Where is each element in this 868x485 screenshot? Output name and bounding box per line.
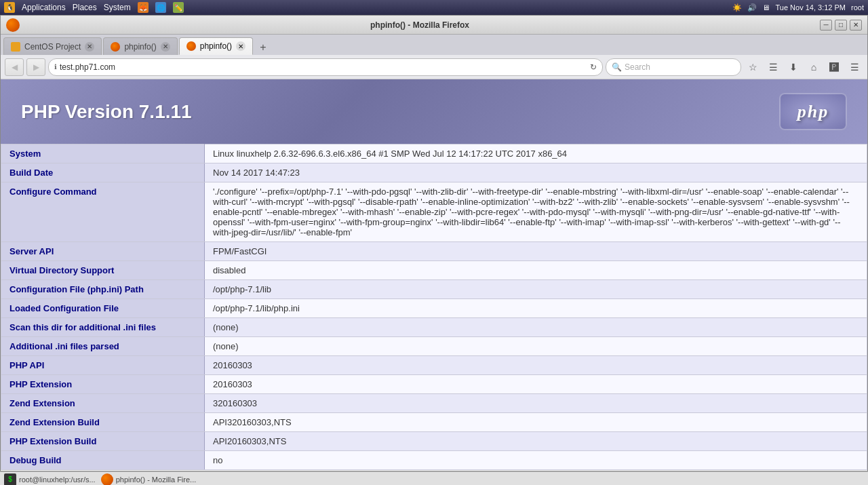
menu-button[interactable]: ☰ (846, 58, 863, 76)
browser-taskbar-icon (101, 473, 113, 486)
table-row: SystemLinux linuxhelp 2.6.32-696.6.3.el6… (1, 144, 867, 163)
places-menu[interactable]: Places (73, 3, 97, 12)
volume-icon: 🔊 (747, 3, 757, 12)
row-key: PHP Extension Build (1, 432, 205, 451)
table-row: Additional .ini files parsed(none) (1, 337, 867, 356)
row-key: Additional .ini files parsed (1, 337, 205, 356)
firefox-title-icon (6, 18, 20, 32)
tab-centos-close[interactable]: ✕ (85, 42, 94, 52)
browser-window: phpinfo() - Mozilla Firefox ─ □ ✕ CentOS… (0, 15, 868, 471)
applications-menu[interactable]: Applications (22, 3, 66, 12)
tab-phpinfo1-close[interactable]: ✕ (161, 42, 170, 52)
row-key: Configure Command (1, 182, 205, 242)
row-key: Zend Extension Build (1, 413, 205, 432)
row-value: (none) (205, 337, 867, 356)
table-row: Zend Extension BuildAPI320160303,NTS (1, 413, 867, 432)
row-value: API320160303,NTS (205, 413, 867, 432)
row-key: PHP API (1, 356, 205, 375)
tab-phpinfo-1[interactable]: phpinfo() ✕ (103, 37, 177, 55)
php-logo-inner: php (797, 102, 829, 122)
row-value: API20160303,NTS (205, 432, 867, 451)
browser-taskbar-item[interactable]: phpinfo() - Mozilla Fire... (101, 473, 197, 486)
window-controls: ─ □ ✕ (820, 20, 862, 31)
reload-button[interactable]: ↻ (590, 62, 597, 72)
url-bar[interactable]: ℹ test.php71.com ↻ (48, 58, 603, 76)
close-button[interactable]: ✕ (850, 20, 862, 31)
bookmark-star-button[interactable]: ☆ (744, 58, 762, 76)
table-row: Build DateNov 14 2017 14:47:23 (1, 163, 867, 182)
download-button[interactable]: ⬇ (785, 58, 802, 76)
row-value: /opt/php-7.1/lib/php.ini (205, 299, 867, 318)
row-value: './configure' '--prefix=/opt/php-7.1' '-… (205, 182, 867, 242)
row-key: Debug Build (1, 451, 205, 470)
row-value: (none) (205, 318, 867, 337)
table-row: Virtual Directory Supportdisabled (1, 261, 867, 280)
row-key: Build Date (1, 163, 205, 182)
browser-taskbar-label: phpinfo() - Mozilla Fire... (116, 476, 197, 484)
tab-phpinfo2-label: phpinfo() (200, 41, 232, 51)
table-row: Server APIFPM/FastCGI (1, 242, 867, 261)
row-value: 20160303 (205, 375, 867, 394)
phpinfo-title: PHP Version 7.1.11 (21, 101, 192, 123)
table-row: Configuration File (php.ini) Path/opt/ph… (1, 280, 867, 299)
phpinfo-header: PHP Version 7.1.11 php (1, 79, 867, 144)
linuxhelp-logo-area: LinuxHelp (1, 470, 867, 471)
datetime-label: Tue Nov 14, 3:12 PM (775, 3, 846, 12)
table-row: Zend Extension320160303 (1, 394, 867, 413)
row-value: Nov 14 2017 14:47:23 (205, 163, 867, 182)
back-button[interactable]: ◀ (5, 58, 24, 76)
row-value: /opt/php-7.1/lib (205, 280, 867, 299)
terminal-taskbar-item[interactable]: $ root@linuxhelp:/usr/s... (4, 473, 96, 486)
os-app-icon: 🐧 (4, 2, 15, 13)
row-key: Virtual Directory Support (1, 261, 205, 280)
firefox-os-icon: 🦊 (138, 2, 149, 13)
table-row: Scan this dir for additional .ini files(… (1, 318, 867, 337)
phpinfo-table: SystemLinux linuxhelp 2.6.32-696.6.3.el6… (1, 144, 867, 470)
os-topbar-left: 🐧 Applications Places System 🦊 🌐 ✏️ (4, 2, 184, 13)
row-value: FPM/FastCGI (205, 242, 867, 261)
forward-button[interactable]: ▶ (26, 58, 45, 76)
title-bar: phpinfo() - Mozilla Firefox ─ □ ✕ (1, 16, 867, 35)
tab-phpinfo1-label: phpinfo() (124, 42, 156, 52)
row-key: PHP Extension (1, 375, 205, 394)
system-menu[interactable]: System (104, 3, 131, 12)
tab-centos[interactable]: CentOS Project ✕ (3, 37, 102, 55)
row-key: Zend Extension (1, 394, 205, 413)
table-row: PHP Extension20160303 (1, 375, 867, 394)
tab-centos-label: CentOS Project (24, 42, 81, 52)
new-tab-button[interactable]: + (254, 41, 271, 54)
browser-title: phpinfo() - Mozilla Firefox (25, 20, 814, 30)
php-logo: php (779, 93, 847, 130)
table-row: Loaded Configuration File/opt/php-7.1/li… (1, 299, 867, 318)
phpinfo2-favicon (186, 41, 196, 51)
maximize-button[interactable]: □ (835, 20, 847, 31)
home-button[interactable]: ⌂ (805, 58, 823, 76)
page-content: PHP Version 7.1.11 php SystemLinux linux… (1, 79, 867, 471)
tab-phpinfo-2[interactable]: phpinfo() ✕ (179, 37, 253, 55)
terminal-taskbar-icon: $ (4, 473, 16, 486)
search-icon: 🔍 (612, 62, 622, 72)
sunlight-icon: ☀️ (732, 3, 742, 12)
reader-view-button[interactable]: ☰ (764, 58, 782, 76)
row-value: 320160303 (205, 394, 867, 413)
tabs-bar: CentOS Project ✕ phpinfo() ✕ phpinfo() ✕… (1, 35, 867, 55)
row-key: Scan this dir for additional .ini files (1, 318, 205, 337)
nav-bar: ◀ ▶ ℹ test.php71.com ↻ 🔍 Search ☆ ☰ ⬇ ⌂ … (1, 55, 867, 79)
tab-phpinfo2-close[interactable]: ✕ (236, 41, 245, 51)
minimize-button[interactable]: ─ (820, 20, 832, 31)
row-value: disabled (205, 261, 867, 280)
table-row: Configure Command'./configure' '--prefix… (1, 182, 867, 242)
pocket-button[interactable]: 🅿 (825, 58, 843, 76)
monitor-icon: 🖥 (762, 3, 770, 12)
browser-os-icon: 🌐 (155, 2, 166, 13)
table-row: Debug Buildno (1, 451, 867, 470)
search-placeholder: Search (625, 62, 650, 72)
search-bar[interactable]: 🔍 Search (606, 58, 741, 76)
url-text: test.php71.com (60, 62, 587, 72)
os-topbar-right: ☀️ 🔊 🖥 Tue Nov 14, 3:12 PM root (732, 3, 864, 12)
table-row: PHP Extension BuildAPI20160303,NTS (1, 432, 867, 451)
row-key: Server API (1, 242, 205, 261)
status-bar: $ root@linuxhelp:/usr/s... phpinfo() - M… (0, 471, 868, 485)
os-topbar: 🐧 Applications Places System 🦊 🌐 ✏️ ☀️ 🔊… (0, 0, 868, 15)
edit-os-icon: ✏️ (173, 2, 184, 13)
